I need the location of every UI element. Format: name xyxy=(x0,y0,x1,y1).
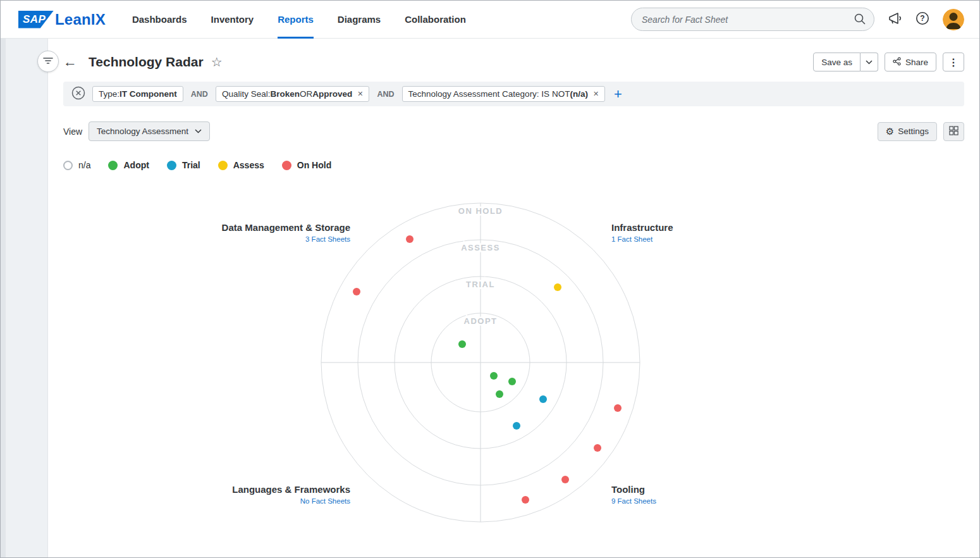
quadrant-title: Infrastructure xyxy=(611,222,776,233)
share-button[interactable]: Share xyxy=(885,53,936,71)
radar-point-adopt[interactable] xyxy=(458,340,466,348)
quadrant-title: Tooling xyxy=(611,484,776,495)
filter-operator: AND xyxy=(377,90,394,99)
top-icon-group: ? xyxy=(887,9,964,30)
search-icon[interactable] xyxy=(854,13,866,27)
chip-text: Approved xyxy=(312,89,352,99)
view-dropdown-value: Technology Assessment xyxy=(97,127,188,136)
radar-point-on-hold[interactable] xyxy=(614,404,622,412)
share-icon xyxy=(893,57,901,68)
leanix-wordmark: LeanIX xyxy=(55,11,106,28)
back-button[interactable]: ← xyxy=(63,55,77,69)
announcements-button[interactable] xyxy=(887,11,902,28)
quadrant-title: Languages & Frameworks xyxy=(186,484,350,495)
more-options-button[interactable]: ⋮ xyxy=(943,53,964,71)
filter-panel-toggle[interactable] xyxy=(37,51,59,72)
brand-logo[interactable]: SAP LeanIX xyxy=(18,11,106,28)
nav-item-collaboration[interactable]: Collaboration xyxy=(405,1,466,39)
legend-item-adopt[interactable]: Adopt xyxy=(108,160,149,170)
add-filter-button[interactable]: + xyxy=(611,87,625,101)
quadrant-data-management-storage: Data Management & Storage3 Fact Sheets xyxy=(186,222,350,243)
save-as-split-button: Save as xyxy=(813,53,878,71)
radar-point-trial[interactable] xyxy=(513,422,520,430)
radar-point-assess[interactable] xyxy=(554,283,561,291)
radar-point-on-hold[interactable] xyxy=(353,288,360,295)
view-row: View Technology Assessment ⚙ Settings xyxy=(63,121,964,141)
app-window: SAP LeanIX DashboardsInventoryReportsDia… xyxy=(0,0,980,558)
quadrant-infrastructure: Infrastructure1 Fact Sheet xyxy=(611,222,776,243)
sap-logo: SAP xyxy=(18,11,54,28)
quadrant-fact-sheets-link[interactable]: 1 Fact Sheet xyxy=(611,235,776,243)
remove-filter-icon[interactable]: ✕ xyxy=(593,90,599,98)
chip-text: Technology Assessment Category: IS NOT xyxy=(408,89,570,99)
settings-button[interactable]: ⚙ Settings xyxy=(878,122,937,141)
quadrant-fact-sheets-link[interactable]: 9 Fact Sheets xyxy=(611,497,776,505)
view-actions: ⚙ Settings xyxy=(878,122,964,141)
filter-chip[interactable]: Quality Seal: Broken OR Approved✕ xyxy=(216,86,370,102)
view-label: View xyxy=(63,127,82,137)
ring-label-adopt: ADOPT xyxy=(464,316,498,326)
legend-swatch xyxy=(63,161,73,170)
settings-label: Settings xyxy=(898,127,929,136)
avatar-image xyxy=(943,9,964,30)
nav-item-inventory[interactable]: Inventory xyxy=(211,1,254,39)
chip-text: IT Component xyxy=(119,89,177,99)
radar-point-on-hold[interactable] xyxy=(594,444,601,452)
share-label: Share xyxy=(905,58,928,67)
help-button[interactable]: ? xyxy=(915,11,930,28)
clear-filters-button[interactable] xyxy=(71,85,86,102)
page-title: Technology Radar xyxy=(89,54,204,70)
radar-point-on-hold[interactable] xyxy=(561,476,569,483)
chip-text: Type: xyxy=(99,89,119,99)
filter-chips: Type: IT ComponentANDQuality Seal: Broke… xyxy=(92,86,605,102)
quadrant-fact-sheets-link[interactable]: 3 Fact Sheets xyxy=(186,235,350,243)
filter-chip[interactable]: Type: IT Component xyxy=(92,86,183,102)
legend-item-on-hold[interactable]: On Hold xyxy=(282,160,331,170)
legend-label: Assess xyxy=(233,160,264,170)
radar-point-adopt[interactable] xyxy=(496,390,503,398)
clear-filters-icon xyxy=(71,85,86,102)
filter-bar: Type: IT ComponentANDQuality Seal: Broke… xyxy=(63,82,964,106)
legend-swatch xyxy=(167,161,176,170)
radar-point-adopt[interactable] xyxy=(490,372,498,380)
legend-swatch xyxy=(108,161,118,170)
nav-item-diagrams[interactable]: Diagrams xyxy=(338,1,381,39)
megaphone-icon xyxy=(887,11,902,28)
chevron-down-icon xyxy=(195,129,202,133)
chip-text: OR xyxy=(300,89,312,99)
search-input[interactable] xyxy=(631,8,874,31)
chip-text: Quality Seal: xyxy=(222,89,271,99)
quadrant-fact-sheets-link[interactable]: No Fact Sheets xyxy=(186,497,350,505)
legend-item-n-a[interactable]: n/a xyxy=(63,160,90,170)
table-view-button[interactable] xyxy=(943,122,964,141)
legend-label: n/a xyxy=(78,160,90,170)
user-avatar[interactable] xyxy=(943,9,964,30)
grid-icon xyxy=(949,126,959,137)
header-actions: Save as Share ⋮ xyxy=(813,53,964,71)
save-as-button[interactable]: Save as xyxy=(813,53,861,71)
report-header: ← Technology Radar ☆ Save as Share ⋮ xyxy=(63,53,964,71)
chip-text: (n/a) xyxy=(570,89,588,99)
filter-chip[interactable]: Technology Assessment Category: IS NOT (… xyxy=(402,86,606,102)
save-as-dropdown-button[interactable] xyxy=(861,53,878,71)
legend-label: On Hold xyxy=(297,160,331,170)
radar-point-on-hold[interactable] xyxy=(522,496,529,504)
remove-filter-icon[interactable]: ✕ xyxy=(357,90,363,98)
nav-item-dashboards[interactable]: Dashboards xyxy=(132,1,187,39)
top-navigation-bar: SAP LeanIX DashboardsInventoryReportsDia… xyxy=(1,1,979,39)
quadrant-title: Data Management & Storage xyxy=(186,222,350,233)
main-nav: DashboardsInventoryReportsDiagramsCollab… xyxy=(132,1,466,39)
radar-point-on-hold[interactable] xyxy=(406,235,413,243)
chip-text: Broken xyxy=(270,89,300,99)
legend-item-assess[interactable]: Assess xyxy=(218,160,264,170)
legend-swatch xyxy=(218,161,228,170)
quadrant-languages-frameworks: Languages & FrameworksNo Fact Sheets xyxy=(186,484,350,505)
radar-point-trial[interactable] xyxy=(539,395,547,403)
radar-point-adopt[interactable] xyxy=(508,378,516,385)
favorite-star-icon[interactable]: ☆ xyxy=(211,56,223,68)
view-dropdown[interactable]: Technology Assessment xyxy=(89,121,210,141)
nav-item-reports[interactable]: Reports xyxy=(278,1,314,39)
ring-label-assess: ASSESS xyxy=(461,243,500,252)
legend-label: Adopt xyxy=(123,160,149,170)
legend-item-trial[interactable]: Trial xyxy=(167,160,200,170)
